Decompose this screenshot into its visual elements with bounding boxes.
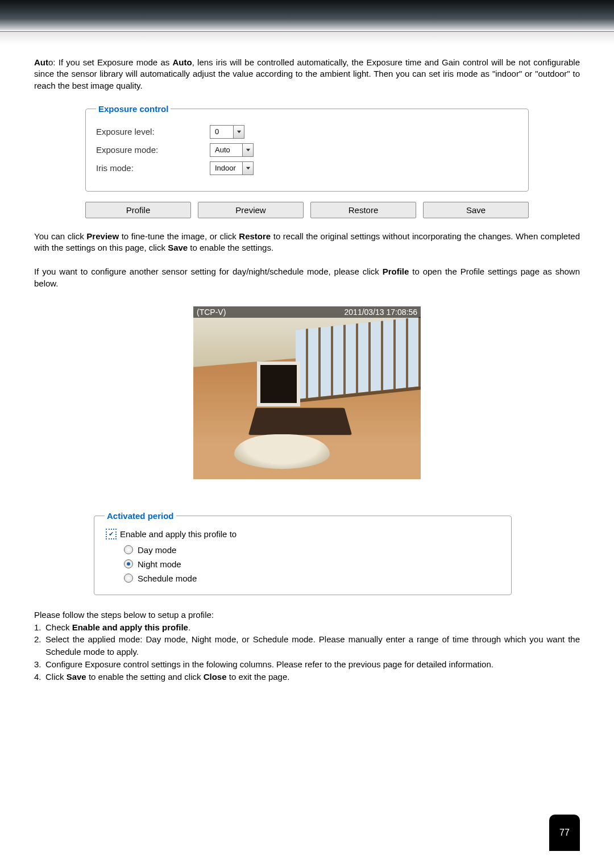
bold-enable-apply: Enable and apply this profile [72,622,188,632]
step-2: 2. Select the applied mode: Day mode, Ni… [34,633,580,658]
restore-button[interactable]: Restore [310,202,416,218]
step-num: 4. [34,671,45,683]
day-mode-row: Day mode [124,545,501,555]
night-mode-radio[interactable] [124,559,133,568]
iris-mode-select[interactable]: Indoor [210,161,254,175]
iris-mode-value: Indoor [210,162,242,175]
preview-button[interactable]: Preview [198,202,304,218]
camera-fireplace [257,362,300,406]
paragraph-profile-hint: If you want to configure another sensor … [34,266,580,289]
exposure-mode-row: Exposure mode: Auto [96,143,518,157]
paragraph-auto-explanation: Auto: If you set Exposure mode as Auto, … [34,57,580,92]
t: You can click [34,231,86,241]
steps-intro: Please follow the steps below to setup a… [34,609,580,621]
button-row: Profile Preview Restore Save [85,202,529,218]
enable-profile-row: ✔ Enable and apply this profile to [106,529,501,539]
step-num: 1. [34,621,45,634]
exposure-mode-select[interactable]: Auto [210,143,254,157]
page-number-tab: 77 [549,815,580,851]
t: . [188,622,190,632]
step-text: Click Save to enable the setting and cli… [45,671,580,683]
bold-profile: Profile [383,267,409,276]
step-1: 1. Check Enable and apply this profile. [34,621,580,634]
camera-sofa [234,434,330,469]
paragraph-preview-restore: You can click Preview to fine-tune the i… [34,231,580,254]
camera-timestamp: 2011/03/13 17:08:56 [345,308,417,317]
bold-save: Save [67,672,86,682]
t: Check [45,622,72,632]
step-text: Check Enable and apply this profile. [45,621,580,634]
bold-restore: Restore [239,231,271,241]
exposure-level-label: Exposure level: [96,127,210,136]
svg-marker-2 [246,167,250,170]
step-3: 3. Configure Exposure control settings i… [34,658,580,671]
activated-period-wrap: Activated period ✔ Enable and apply this… [94,511,512,595]
page-number: 77 [559,828,570,838]
chevron-down-icon [242,144,253,156]
bold-auto: Auto [173,57,192,67]
exposure-mode-label: Exposure mode: [96,145,210,155]
exposure-mode-value: Auto [210,144,242,156]
t: to fine-tune the image, or click [119,231,239,241]
bold-close: Close [204,672,227,682]
profile-steps: Please follow the steps below to setup a… [34,609,580,683]
t: Click [45,672,67,682]
chevron-down-icon [242,162,253,175]
activated-period-legend: Activated period [105,511,176,521]
t: to enable the setting and click [86,672,204,682]
step-4: 4. Click Save to enable the setting and … [34,671,580,683]
exposure-control-legend: Exposure control [96,104,171,114]
step-num: 2. [34,633,45,658]
chevron-down-icon [233,126,244,138]
save-button[interactable]: Save [423,202,529,218]
step-text: Select the applied mode: Day mode, Night… [45,633,580,658]
iris-mode-label: Iris mode: [96,163,210,173]
bold-aut: Aut [34,57,48,67]
schedule-mode-row: Schedule mode [124,574,501,583]
bold-save: Save [168,243,188,252]
svg-marker-1 [246,149,250,152]
schedule-mode-radio[interactable] [124,574,133,583]
t: If you want to configure another sensor … [34,267,383,276]
exposure-control-fieldset: Exposure control Exposure level: 0 Expos… [85,104,529,192]
para1-rest: o: If you set Exposure mode as [48,57,173,67]
camera-label: (TCP-V) [197,308,226,317]
camera-windows [296,317,421,403]
exposure-fieldset-wrap: Exposure control Exposure level: 0 Expos… [85,104,529,192]
day-mode-label: Day mode [138,545,176,555]
enable-profile-label: Enable and apply this profile to [120,529,237,539]
exposure-level-value: 0 [210,126,233,138]
day-mode-radio[interactable] [124,545,133,554]
schedule-mode-label: Schedule mode [138,574,197,583]
exposure-level-row: Exposure level: 0 [96,125,518,139]
exposure-level-select[interactable]: 0 [210,125,244,139]
t: to exit the page. [227,672,290,682]
profile-button[interactable]: Profile [85,202,191,218]
step-num: 3. [34,658,45,671]
camera-overlay-bar: (TCP-V) 2011/03/13 17:08:56 [193,306,421,318]
content-area: Auto: If you set Exposure mode as Auto, … [0,57,614,683]
step-text: Configure Exposure control settings in t… [45,658,580,671]
camera-preview: (TCP-V) 2011/03/13 17:08:56 [193,306,421,479]
night-mode-row: Night mode [124,559,501,569]
iris-mode-row: Iris mode: Indoor [96,161,518,175]
night-mode-label: Night mode [138,559,181,569]
svg-marker-0 [237,131,240,134]
header-ridge [0,31,614,44]
camera-rug [248,408,352,435]
bold-preview: Preview [86,231,119,241]
t: to enable the settings. [188,243,273,252]
page: Auto: If you set Exposure mode as Auto, … [0,0,614,868]
header-background [0,0,614,31]
activated-period-fieldset: Activated period ✔ Enable and apply this… [94,511,512,595]
enable-profile-checkbox[interactable]: ✔ [106,529,117,539]
